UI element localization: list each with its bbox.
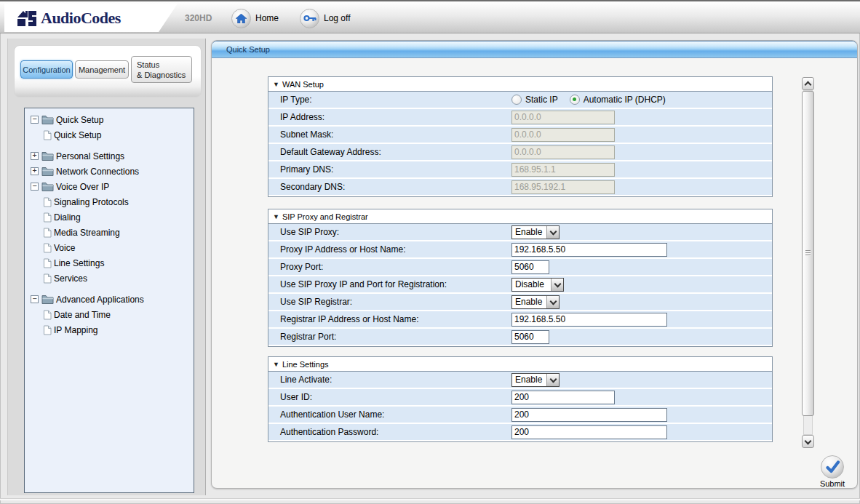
tree-item-label: Media Streaming [54,228,120,238]
registrar-port-input[interactable] [511,330,549,344]
use-sip-proxy-ip-and-port-for-registration-select[interactable]: Disable [511,278,564,292]
sidebar: Configuration Management Status & Diagno… [7,39,206,495]
select-arrow-icon[interactable] [546,226,559,239]
scroll-down-button[interactable] [802,435,814,448]
page-icon [43,130,52,140]
main-panel: Quick Setup Submit ▼WAN SetupIP Type:Sta… [211,40,858,489]
tree-item-label: Services [54,273,87,284]
tab-status-diagnostics[interactable]: Status & Diagnostics [131,56,192,83]
tree-item-personal-settings[interactable]: +Personal Settings [25,148,194,164]
radio-icon[interactable] [511,95,522,105]
tree-item-quick-setup[interactable]: Quick Setup [25,127,194,143]
scrollbar-grip-icon [805,250,811,257]
user-id-input[interactable] [511,391,615,404]
tree-gap [25,286,194,292]
select-value: Enable [515,297,542,307]
home-button[interactable]: Home [231,7,279,29]
select-arrow-icon[interactable] [546,296,559,308]
section-header[interactable]: ▼WAN Setup [268,77,772,92]
page-title: Quick Setup [226,45,270,54]
panel-header: Quick Setup [212,41,857,58]
secondary-dns-input [511,180,615,194]
field-label: Proxy Port: [268,262,511,272]
proxy-port-input[interactable] [511,260,549,274]
tree-item-label: Signaling Protocols [54,197,129,207]
minus-expander-icon[interactable]: − [31,116,39,124]
form-row: User ID: [268,389,772,407]
submit-button[interactable]: Submit [810,455,855,488]
select-arrow-icon[interactable] [551,279,563,291]
window-bottom-groove [0,498,860,500]
tree-item-network-connections[interactable]: +Network Connections [25,164,194,179]
form-row: Registrar Port: [268,329,772,346]
plus-expander-icon[interactable]: + [31,152,39,160]
audiocodes-logo: AudioCodes [4,4,191,32]
radio-option-automatic-ip-dhcp[interactable]: Automatic IP (DHCP) [570,95,666,105]
use-sip-proxy-select[interactable]: Enable [511,225,560,239]
tree-item-line-settings[interactable]: Line Settings [25,255,194,271]
logoff-button[interactable]: Log off [300,7,350,29]
default-gateway-address-input [511,145,615,159]
tree-item-label: Line Settings [54,258,104,268]
form-row: IP Type:Static IPAutomatic IP (DHCP) [268,92,772,109]
field-label: IP Type: [268,95,511,105]
tree-item-label: Quick Setup [56,115,103,125]
tree-item-date-and-time[interactable]: Date and Time [25,307,194,322]
tree-gap [25,143,194,148]
tree-item-media-streaming[interactable]: Media Streaming [25,225,194,240]
vertical-scrollbar[interactable] [802,77,814,448]
registrar-ip-address-or-host-name-input[interactable] [511,313,667,327]
tree-item-label: Voice [54,243,75,253]
form-row: Authentication Password: [268,424,772,441]
form-row: Proxy Port: [268,259,772,276]
select-value: Enable [515,375,542,385]
section-header[interactable]: ▼SIP Proxy and Registrar [268,209,772,224]
tree-item-quick-setup[interactable]: −Quick Setup [25,112,194,127]
tree-item-label: Quick Setup [54,130,101,140]
section-header[interactable]: ▼Line Settings [268,357,772,372]
home-label: Home [255,13,279,23]
form-row: Use SIP Proxy IP and Port for Registrati… [268,276,772,294]
field-label: Subnet Mask: [268,129,511,140]
form-row: Use SIP Proxy:Enable [268,224,772,241]
scroll-up-button[interactable] [802,77,814,90]
authentication-password-input[interactable] [511,425,667,439]
minus-expander-icon[interactable]: − [31,295,39,303]
tree-item-dialing[interactable]: Dialing [25,209,194,225]
tree-item-signaling-protocols[interactable]: Signaling Protocols [25,194,194,209]
plus-expander-icon[interactable]: + [31,167,39,175]
form-row: Subnet Mask: [268,127,772,144]
tab-management[interactable]: Management [75,60,129,79]
submit-check-icon[interactable] [821,455,844,479]
folder-icon [41,151,54,161]
form-row: IP Address: [268,109,772,127]
tree-item-voice[interactable]: Voice [25,240,194,255]
tab-configuration[interactable]: Configuration [20,60,73,79]
page-icon [43,212,52,223]
radio-selected-icon[interactable] [570,95,580,105]
tree-item-services[interactable]: Services [25,271,194,286]
tree-item-ip-mapping[interactable]: IP Mapping [25,322,194,337]
radio-label: Static IP [525,95,558,105]
folder-icon [41,115,54,124]
field-label: Default Gateway Address: [268,147,511,157]
line-activate-select[interactable]: Enable [511,373,560,387]
subnet-mask-input [511,128,615,142]
use-sip-registrar-select[interactable]: Enable [511,295,560,309]
collapse-arrow-icon: ▼ [273,361,279,368]
proxy-ip-address-or-host-name-input[interactable] [511,243,667,257]
minus-expander-icon[interactable]: − [31,183,39,191]
panel-content: Submit ▼WAN SetupIP Type:Static IPAutoma… [212,58,857,489]
tree-item-voice-over-ip[interactable]: −Voice Over IP [25,179,194,194]
page-icon [43,243,52,253]
radio-option-static-ip[interactable]: Static IP [511,95,558,105]
collapse-arrow-icon: ▼ [273,81,279,88]
authentication-user-name-input[interactable] [511,408,667,422]
form-row: Secondary DNS: [268,179,772,196]
section-title: WAN Setup [282,80,324,89]
primary-dns-input [511,163,615,177]
scrollbar-thumb[interactable] [802,91,814,416]
field-label: Primary DNS: [268,164,511,175]
tree-item-advanced-applications[interactable]: −Advanced Applications [25,292,194,307]
select-arrow-icon[interactable] [546,374,559,386]
